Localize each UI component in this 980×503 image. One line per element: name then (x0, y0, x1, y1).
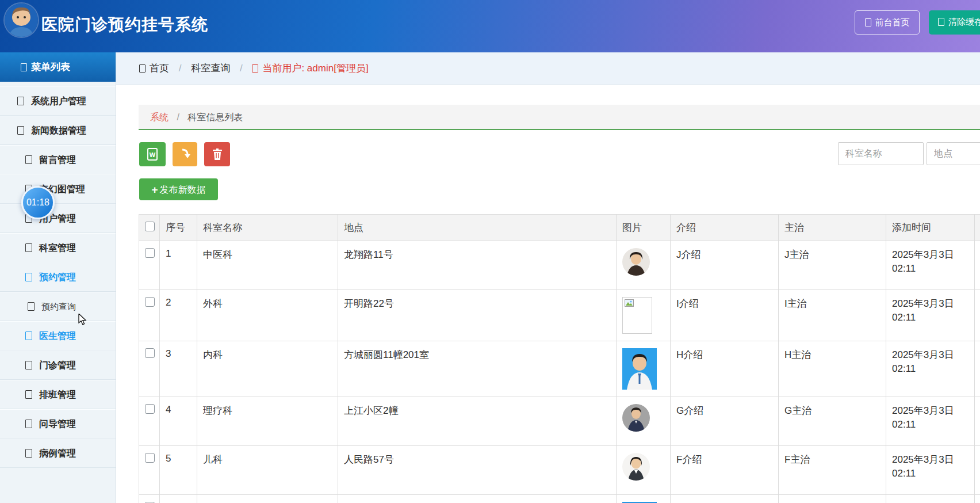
col-header-location: 地点 (338, 215, 617, 241)
dept-photo (622, 348, 657, 390)
table-header-row: 序号 科室名称 地点 图片 介绍 主治 添加时间 (139, 215, 980, 241)
col-header-intro: 介绍 (671, 215, 779, 241)
list-icon (21, 63, 27, 71)
clinic-icon (25, 361, 32, 369)
sidebar-item-carousel[interactable]: 变幻图管理 (0, 174, 116, 204)
table-row: 1 中医科 龙翔路11号 J介绍 J主治 2025年3月3日02:11 (139, 241, 980, 290)
col-header-extra (975, 215, 980, 241)
delete-button[interactable] (204, 142, 230, 166)
current-user-label: 当前用户: admin[管理员] (252, 63, 368, 74)
row-checkbox[interactable] (145, 404, 155, 414)
table-row: 2 外科 开明路22号 I介绍 I主治 2025年3月3日02:11 (139, 290, 980, 341)
row-checkbox[interactable] (145, 248, 155, 258)
sidebar-item-appointments[interactable]: 预约管理 (0, 262, 116, 292)
import-button[interactable] (173, 142, 197, 166)
department-icon (25, 243, 32, 252)
case-icon (25, 449, 32, 458)
svg-text:W: W (150, 151, 156, 158)
row-checkbox[interactable] (145, 348, 155, 358)
department-table: 序号 科室名称 地点 图片 介绍 主治 添加时间 1 中医科 龙翔路11号 J介… (139, 214, 980, 503)
sidebar-item-cases[interactable]: 病例管理 (0, 439, 116, 468)
timer-badge[interactable]: 01:18 (21, 186, 55, 219)
news-icon (17, 126, 24, 135)
app-logo-avatar (5, 3, 38, 37)
trash-icon (212, 148, 223, 161)
plus-icon: + (151, 184, 158, 196)
broken-image-placeholder (622, 297, 652, 334)
top-header: 医院门诊预约挂号系统 前台首页 清除缓存 (0, 0, 980, 52)
sidebar-item-outpatient[interactable]: 门诊管理 (0, 350, 116, 380)
import-arrow-icon (178, 147, 192, 161)
tab-department-list[interactable]: 科室信息列表 (187, 112, 243, 122)
select-all-checkbox[interactable] (145, 222, 155, 231)
breadcrumb-section[interactable]: 科室查询 (191, 63, 230, 74)
doctor-icon (25, 331, 32, 340)
dept-photo (622, 404, 650, 432)
location-filter-input[interactable] (927, 142, 980, 165)
user-icon (252, 64, 258, 73)
page-title: 医院门诊预约挂号系统 (41, 0, 208, 52)
message-icon (25, 155, 32, 164)
word-export-icon: W (146, 147, 159, 161)
sidebar-item-scheduling[interactable]: 排班管理 (0, 380, 116, 409)
breadcrumb-home[interactable]: 首页 (139, 63, 169, 74)
mouse-cursor (78, 314, 90, 329)
sidebar-item-guidance[interactable]: 问导管理 (0, 409, 116, 439)
sidebar: 菜单列表 系统用户管理 新闻数据管理 留言管理 变幻图管理 用户管理 科室管理 … (0, 52, 116, 503)
users-icon (17, 97, 24, 105)
main-content: 首页 / 科室查询 / 当前用户: admin[管理员] 系统 / 科室信息列表… (116, 52, 980, 503)
col-header-chief: 主治 (779, 215, 886, 241)
publish-new-data-button[interactable]: +发布新数据 (139, 178, 218, 200)
calendar-icon (25, 273, 32, 281)
home-icon (139, 64, 146, 73)
breadcrumb: 首页 / 科室查询 / 当前用户: admin[管理员] (116, 52, 980, 85)
dept-photo (622, 248, 650, 276)
col-header-no: 序号 (160, 215, 197, 241)
sidebar-item-departments[interactable]: 科室管理 (0, 233, 116, 262)
col-header-image: 图片 (617, 215, 671, 241)
app-root: 医院门诊预约挂号系统 前台首页 清除缓存 菜单列表 系统用户管理 新闻数据管理 … (0, 0, 980, 503)
row-checkbox[interactable] (145, 297, 155, 307)
dept-name-filter-input[interactable] (838, 142, 924, 165)
front-home-button[interactable]: 前台首页 (855, 10, 920, 35)
search-icon (28, 302, 35, 311)
schedule-icon (25, 390, 32, 399)
sidebar-item-users[interactable]: 用户管理 (0, 204, 116, 233)
row-checkbox[interactable] (145, 453, 155, 463)
sidebar-item-system-users[interactable]: 系统用户管理 (0, 86, 116, 116)
sidebar-menu-header[interactable]: 菜单列表 (0, 52, 116, 82)
refresh-icon (938, 18, 944, 26)
table-row: 3 内科 方城丽圆11幢201室 H介绍 H主治 2025年3月3日02:11 (139, 341, 980, 397)
table-row: 4 理疗科 上江小区2幢 G介绍 G主治 2025年3月3日02:11 (139, 397, 980, 446)
col-header-name: 科室名称 (197, 215, 338, 241)
sidebar-divider (0, 82, 116, 86)
sidebar-item-doctors[interactable]: 医生管理 (0, 321, 116, 350)
home-icon (865, 18, 871, 26)
sidebar-item-appointment-query[interactable]: 预约查询 (0, 292, 116, 321)
clear-cache-button[interactable]: 清除缓存 (929, 10, 980, 35)
table-row: 6 神经科 复兴街27号 E介绍 E主治 2025年3月3日02:11 (139, 495, 980, 503)
tab-system[interactable]: 系统 (150, 112, 169, 122)
sidebar-item-news-data[interactable]: 新闻数据管理 (0, 116, 116, 145)
export-word-button[interactable]: W (139, 142, 166, 166)
panel-tabs: 系统 / 科室信息列表 (139, 105, 980, 130)
table-row: 5 儿科 人民路57号 F介绍 F主治 2025年3月3日02:11 (139, 446, 980, 495)
col-header-date: 添加时间 (886, 215, 975, 241)
sidebar-item-messages[interactable]: 留言管理 (0, 145, 116, 174)
guide-icon (25, 420, 32, 428)
dept-photo (622, 453, 650, 481)
